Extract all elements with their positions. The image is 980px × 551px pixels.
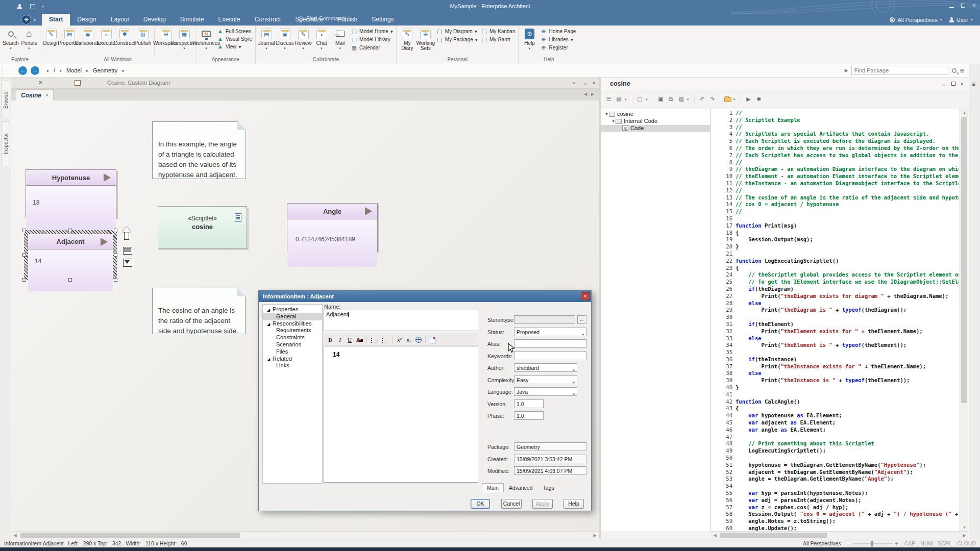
cancel-button[interactable]: Cancel xyxy=(501,499,522,509)
code-text[interactable]: //// Scriptlet Example//// Scriptlets ar… xyxy=(736,110,959,531)
menu-icon[interactable]: ≡ xyxy=(972,81,975,88)
resize-handle[interactable] xyxy=(114,229,117,232)
bullet-list-button[interactable] xyxy=(370,335,379,344)
ribbon-button-review[interactable]: ✎Review▾ xyxy=(295,27,312,56)
element-scriptlet-cosine[interactable]: «Scriptlet» cosine xyxy=(158,206,247,248)
dialog-tree-constraints[interactable]: Constraints xyxy=(263,334,322,341)
ribbon-tab-layout[interactable]: Layout xyxy=(104,14,136,26)
browse-ellipsis-button[interactable]: ... xyxy=(577,315,586,324)
field-alias[interactable] xyxy=(514,339,586,348)
resize-handle[interactable] xyxy=(22,229,26,232)
tree-view-icon[interactable]: ☰ xyxy=(604,95,613,104)
resize-handle[interactable] xyxy=(68,278,72,282)
notes-field[interactable]: 14 xyxy=(324,346,478,483)
list-view-icon[interactable]: ▤ xyxy=(615,95,623,104)
resize-handle[interactable] xyxy=(68,229,72,232)
find-command[interactable]: Find Command... xyxy=(299,15,349,21)
numbered-list-button[interactable] xyxy=(380,335,389,344)
field-author[interactable]: shebbard▾ xyxy=(514,363,577,372)
chevron-down-icon[interactable]: ▾ xyxy=(573,390,575,398)
nav-forward-button[interactable]: → xyxy=(31,66,39,75)
scroll-down-icon[interactable]: ▾ xyxy=(961,523,968,531)
chevron-down-icon[interactable]: ⌄ xyxy=(583,80,587,86)
zoom-slider[interactable]: – + xyxy=(847,540,898,546)
chevron-down-icon[interactable]: ⌄ xyxy=(942,81,946,87)
dialog-tree-scenarios[interactable]: Scenarios xyxy=(263,341,322,348)
app-logo[interactable]: ✳ xyxy=(21,15,31,24)
code-editor[interactable]: 1234567891011121314151617181920212223242… xyxy=(711,109,959,531)
ribbon-item-visual-style[interactable]: ▲Visual Style xyxy=(217,36,252,42)
dialog-tree-links[interactable]: Links xyxy=(263,362,322,369)
resize-handle[interactable] xyxy=(114,253,117,257)
element-hypotenuse[interactable]: Hypotenuse 18 xyxy=(26,169,116,218)
logo-dropdown-icon[interactable]: ▾ xyxy=(34,18,36,22)
code-vscrollbar[interactable]: ▴ ▾ xyxy=(960,109,968,531)
ribbon-button-publish[interactable]: ▥Publish xyxy=(134,27,152,56)
chevron-down-icon[interactable]: ▾ xyxy=(687,97,691,102)
dialog-tree-responsibilities[interactable]: ◢Responsibilities xyxy=(263,320,322,328)
help-button[interactable]: Help xyxy=(564,499,584,509)
expander-icon[interactable]: ▾ xyxy=(611,118,616,125)
new-doc-icon[interactable]: ▢ xyxy=(635,95,644,104)
ribbon-item-libraries[interactable]: ⊕Libraries▾ xyxy=(540,36,576,43)
scroll-up-icon[interactable]: ▴ xyxy=(961,109,968,116)
zoom-out-icon[interactable]: – xyxy=(847,540,850,546)
ribbon-item-model-library[interactable]: ▢Model Library xyxy=(351,36,393,43)
linked-doc-button[interactable] xyxy=(428,335,436,344)
zoom-track[interactable] xyxy=(853,543,893,544)
toolbar-drag-handle[interactable] xyxy=(2,66,4,76)
ribbon-button-construct[interactable]: ✱Construct xyxy=(116,27,133,56)
expander-icon[interactable]: ◢ xyxy=(267,321,271,328)
script-tree-code[interactable]: Code xyxy=(601,125,710,132)
ribbon-button-execute[interactable]: »Execute xyxy=(97,27,115,56)
minimize-button[interactable] xyxy=(949,7,954,8)
save-icon[interactable]: ▣ xyxy=(656,95,665,104)
breadcrumb-item[interactable]: Model xyxy=(66,67,82,73)
quicklink-arrow-up-icon[interactable] xyxy=(122,227,131,240)
search-icon[interactable] xyxy=(952,68,957,73)
underline-button[interactable]: U xyxy=(346,335,354,344)
chevron-down-icon[interactable]: ▾ xyxy=(625,97,629,102)
close-icon[interactable]: × xyxy=(961,81,964,87)
ok-button[interactable]: OK xyxy=(471,499,490,509)
float-window-icon[interactable] xyxy=(951,82,955,86)
play-icon[interactable]: ▶ xyxy=(845,68,848,73)
find-package-input[interactable] xyxy=(851,66,948,75)
chevron-down-icon[interactable]: ▾ xyxy=(582,331,584,339)
gear-icon[interactable]: ✱ xyxy=(754,95,763,104)
script-tree-cosine[interactable]: ▾cosine xyxy=(601,111,710,118)
ribbon-item-view[interactable]: ▲View▾ xyxy=(217,43,252,49)
status-perspective[interactable]: All Perspectives xyxy=(803,540,841,546)
run-icon[interactable]: ▶ xyxy=(744,95,753,104)
paste-icon[interactable]: ▨ xyxy=(677,95,685,104)
scroll-left-icon[interactable]: ◀ xyxy=(711,532,719,539)
ribbon-tab-develop[interactable]: Develop xyxy=(136,14,173,26)
dialog-close-button[interactable]: × xyxy=(581,292,590,300)
undo-icon[interactable]: ↶ xyxy=(698,95,706,104)
dialog-tree-requirements[interactable]: Requirements xyxy=(263,327,322,334)
code-hscrollbar[interactable]: ◀ ▶ xyxy=(711,531,968,539)
tab-cosine[interactable]: Cosine × xyxy=(16,89,54,101)
ribbon-item-register[interactable]: ⊕Register xyxy=(540,44,576,51)
inspector-vertical-tab[interactable]: Inspector xyxy=(1,121,10,165)
element-adjacent[interactable]: Adjacent 14 xyxy=(28,234,113,277)
chevron-down-icon[interactable]: ▾ xyxy=(733,97,738,102)
expander-icon[interactable]: ◢ xyxy=(267,307,271,314)
ribbon-button-help[interactable]: ⊕Help▾ xyxy=(521,27,538,56)
note-element-2[interactable]: The cosine of an angle is the ratio of t… xyxy=(152,288,246,334)
ribbon-button-search[interactable]: Search▾ xyxy=(2,27,19,56)
ribbon-button-portals[interactable]: ⌂Portals▾ xyxy=(20,27,38,56)
dialog-tab-main[interactable]: Main xyxy=(482,483,504,492)
browse-packages-icon[interactable]: ⊞ xyxy=(960,67,965,74)
zoom-thumb[interactable] xyxy=(871,541,873,546)
element-angle[interactable]: Angle 0.7124746245384189 xyxy=(287,203,378,252)
hyperlink-globe-button[interactable] xyxy=(414,335,423,344)
breadcrumb-item[interactable]: / xyxy=(54,67,55,73)
copy-icon[interactable]: ⧉ xyxy=(667,95,675,104)
ribbon-tab-settings[interactable]: Settings xyxy=(364,14,401,26)
redo-icon[interactable]: ↷ xyxy=(708,95,717,104)
italic-button[interactable]: I xyxy=(336,335,344,344)
resize-handle[interactable] xyxy=(114,278,117,282)
ribbon-button-mail[interactable]: Mail▾ xyxy=(331,27,349,56)
tab-scroll-right-icon[interactable]: ▶ xyxy=(591,92,594,96)
